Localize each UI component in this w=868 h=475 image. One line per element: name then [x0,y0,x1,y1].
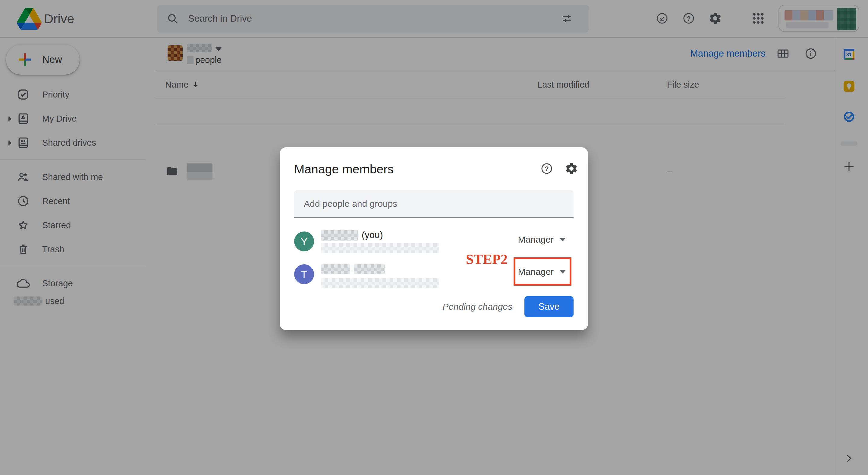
role-value: Manager [518,233,554,246]
role-dropdown[interactable]: Manager [518,233,566,246]
settings-icon[interactable] [564,162,578,175]
redacted-member-email [321,278,439,288]
chevron-down-icon [560,270,566,274]
redacted-member-email [321,243,439,253]
dialog-footer: Pending changes Save [442,296,574,317]
help-icon[interactable]: ? [540,162,554,175]
pending-changes-label: Pending changes [442,302,513,312]
add-people-input[interactable] [294,190,574,217]
svg-text:?: ? [545,165,549,172]
redacted-member-name [354,264,384,274]
redacted-member-name [321,264,350,274]
role-value: Manager [518,265,554,279]
redacted-member-name [321,230,358,240]
step2-label: STEP2 [466,252,508,267]
role-dropdown[interactable]: Manager [518,265,566,279]
dialog-title: Manage members [294,161,394,177]
member-avatar: T [294,264,314,284]
save-button[interactable]: Save [524,296,574,317]
member-avatar: Y [294,232,314,251]
add-people-field[interactable] [294,190,574,218]
manage-members-dialog: Manage members ? Y (you) Manager T Manag… [280,147,588,330]
member-you-label: (you) [362,229,383,241]
chevron-down-icon [560,238,566,241]
